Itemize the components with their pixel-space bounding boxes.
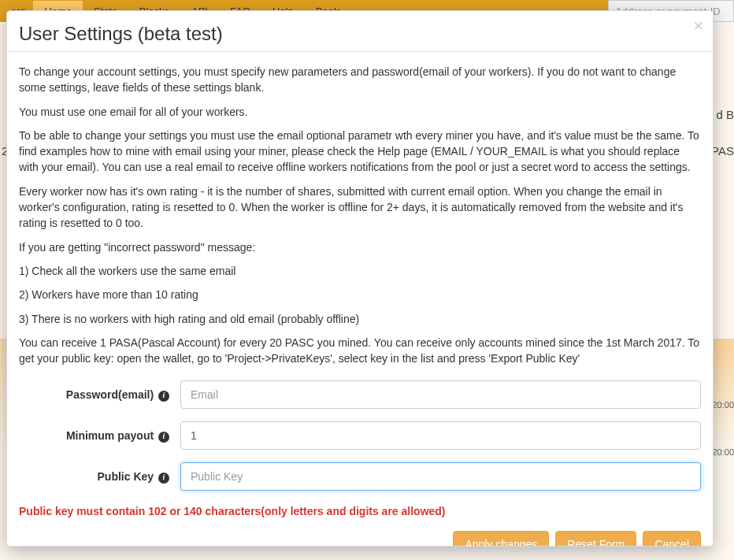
reset-form-button[interactable]: Reset Form bbox=[555, 531, 636, 546]
modal-backdrop: User Settings (beta test) × To change yo… bbox=[0, 0, 734, 560]
modal-header: User Settings (beta test) × bbox=[7, 11, 713, 52]
cancel-button[interactable]: Cancel bbox=[643, 531, 701, 546]
modal-title: User Settings (beta test) bbox=[19, 23, 701, 45]
info-icon[interactable]: i bbox=[158, 391, 169, 402]
password-label: Password(email) i bbox=[19, 387, 180, 402]
intro-paragraph-5: If you are getting "incorrect password" … bbox=[19, 239, 701, 255]
form-actions: Apply changes Reset Form Cancel bbox=[19, 531, 701, 546]
password-input[interactable] bbox=[180, 380, 701, 409]
intro-paragraph-7: 2) Workers have more than 10 rating bbox=[19, 287, 701, 302]
modal-body: To change your account settings, you mus… bbox=[7, 52, 713, 546]
pubkey-label: Public Key i bbox=[19, 469, 180, 484]
payout-label: Minimum payout i bbox=[19, 428, 180, 443]
intro-paragraph-9: You can receive 1 PASA(Pascal Account) f… bbox=[19, 335, 701, 367]
info-icon[interactable]: i bbox=[158, 473, 169, 484]
password-label-text: Password(email) bbox=[66, 388, 154, 401]
pubkey-row: Public Key i bbox=[19, 462, 701, 491]
intro-paragraph-6: 1) Check all the workers use the same em… bbox=[19, 263, 701, 279]
pubkey-error: Public key must contain 102 or 140 chara… bbox=[19, 503, 701, 519]
intro-paragraph-8: 3) There is no workers with high rating … bbox=[19, 311, 701, 327]
minimum-payout-input[interactable] bbox=[180, 421, 701, 450]
payout-row: Minimum payout i bbox=[19, 421, 701, 450]
intro-paragraph-2: You must use one email for all of your w… bbox=[19, 104, 701, 120]
info-icon[interactable]: i bbox=[158, 432, 169, 443]
password-row: Password(email) i bbox=[19, 380, 701, 409]
apply-changes-button[interactable]: Apply changes bbox=[453, 531, 549, 546]
user-settings-modal: User Settings (beta test) × To change yo… bbox=[6, 10, 714, 547]
pubkey-label-text: Public Key bbox=[98, 470, 154, 483]
intro-paragraph-3: To be able to change your settings you m… bbox=[19, 128, 701, 176]
close-icon[interactable]: × bbox=[693, 17, 703, 35]
intro-paragraph-1: To change your account settings, you mus… bbox=[19, 64, 701, 96]
payout-label-text: Minimum payout bbox=[66, 429, 154, 442]
public-key-input[interactable] bbox=[180, 462, 701, 491]
intro-paragraph-4: Every worker now has it's own rating - i… bbox=[19, 184, 701, 232]
